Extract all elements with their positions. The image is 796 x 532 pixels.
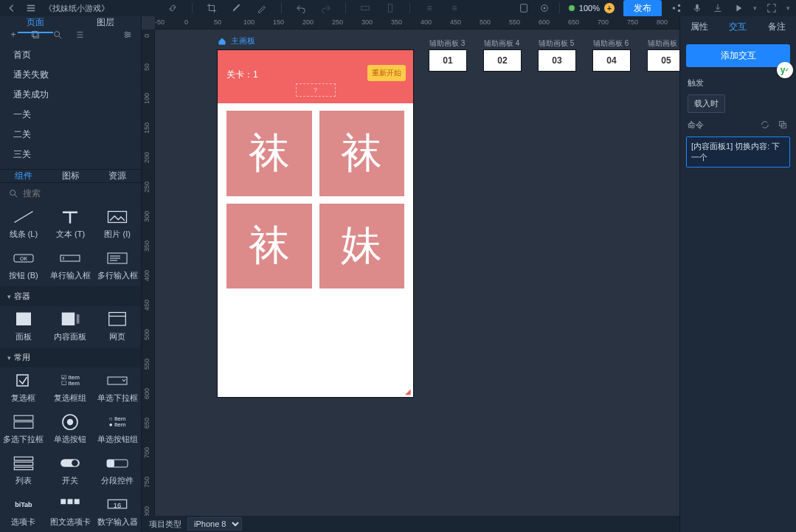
- distribute-h-icon[interactable]: ≡: [423, 2, 435, 14]
- menu-icon[interactable]: [25, 2, 37, 14]
- comp-tab[interactable]: biTab选项卡: [0, 491, 47, 532]
- basic-components: 线条 (L) 文本 (T) 图片 (I) OK按钮 (B) 单行输入框 多行输入…: [0, 204, 141, 286]
- comp-radiogroup[interactable]: ○ Item● Item单选按钮组: [94, 409, 141, 450]
- zoom-control[interactable]: 100% +: [569, 3, 615, 13]
- tab-assets[interactable]: 资源: [94, 170, 141, 182]
- canvas[interactable]: -500501001502002503003504004505005506006…: [142, 16, 679, 516]
- mic-icon[interactable]: [691, 2, 703, 14]
- comp-radio[interactable]: 单选按钮: [47, 409, 94, 450]
- game-tile[interactable]: 袜: [319, 111, 405, 196]
- comp-list[interactable]: 列表: [0, 450, 47, 491]
- comp-checkgroup[interactable]: ☑ Item☐ Item复选框组: [47, 367, 94, 409]
- comp-textarea[interactable]: 多行输入框: [94, 245, 141, 286]
- page-item[interactable]: 首页: [0, 45, 141, 65]
- add-page-icon[interactable]: +: [7, 29, 19, 41]
- svg-text:16: 16: [114, 502, 121, 509]
- comp-line[interactable]: 线条 (L): [0, 204, 47, 245]
- edit-icon[interactable]: [256, 2, 268, 14]
- comp-imgtab[interactable]: 图文选项卡: [47, 491, 94, 532]
- comp-number[interactable]: 16数字输入器: [94, 491, 141, 532]
- search-input[interactable]: [23, 188, 134, 198]
- add-interaction-button[interactable]: 添加交互: [686, 44, 790, 67]
- settings-icon[interactable]: [122, 29, 134, 41]
- svg-rect-40: [75, 500, 80, 505]
- tab-notes[interactable]: 备注: [758, 21, 796, 33]
- svg-point-35: [72, 460, 79, 466]
- redo-icon[interactable]: [320, 2, 332, 14]
- tab-properties[interactable]: 属性: [680, 21, 719, 33]
- download-icon[interactable]: [712, 2, 724, 14]
- page-item[interactable]: 通关失败: [0, 65, 141, 85]
- target-icon[interactable]: [539, 2, 550, 14]
- comp-button[interactable]: OK按钮 (B): [0, 245, 47, 286]
- play-icon[interactable]: [733, 2, 744, 14]
- list-view-icon[interactable]: [74, 29, 86, 41]
- link-icon[interactable]: [167, 2, 179, 14]
- breadcrumb-label: 主画板: [231, 35, 255, 46]
- help-badge[interactable]: y✓: [777, 62, 793, 78]
- resize-handle-icon[interactable]: ◢: [405, 387, 411, 395]
- comp-segment[interactable]: 分段控件: [94, 450, 141, 491]
- page-item[interactable]: 一关: [0, 105, 141, 125]
- tab-layers[interactable]: 图层: [71, 16, 142, 29]
- undo-icon[interactable]: [295, 2, 307, 14]
- device-select[interactable]: iPhone 8: [187, 517, 242, 531]
- comp-text[interactable]: 文本 (T): [47, 204, 94, 245]
- copy-icon[interactable]: [777, 119, 789, 131]
- search-page-icon[interactable]: [52, 29, 63, 41]
- svg-rect-22: [62, 313, 75, 326]
- copy-page-icon[interactable]: [30, 29, 41, 41]
- publish-button[interactable]: 发布: [623, 0, 662, 17]
- aux-artboard[interactable]: 01: [429, 50, 466, 71]
- svg-rect-38: [61, 500, 66, 505]
- tab-interaction[interactable]: 交互: [719, 21, 757, 33]
- aux-artboard[interactable]: 05: [648, 50, 679, 71]
- aux-artboard[interactable]: 03: [539, 50, 575, 71]
- align-h-icon[interactable]: [359, 2, 371, 14]
- page-item[interactable]: 二关: [0, 125, 141, 145]
- zoom-plus-icon[interactable]: +: [604, 3, 615, 13]
- tab-components[interactable]: 组件: [0, 170, 47, 182]
- page-item[interactable]: 通关成功: [0, 85, 141, 105]
- aux-artboard[interactable]: 04: [593, 50, 630, 71]
- command-row[interactable]: [内容面板1] 切换内容: 下一个: [686, 137, 790, 167]
- game-tile[interactable]: 妹: [319, 204, 405, 289]
- hint-placeholder[interactable]: ?: [296, 83, 336, 97]
- back-icon[interactable]: [6, 2, 18, 14]
- trigger-chip[interactable]: 载入时: [688, 94, 725, 113]
- game-tile[interactable]: 袜: [226, 111, 312, 196]
- tab-pages[interactable]: 页面: [0, 16, 71, 29]
- fullscreen-icon[interactable]: [766, 2, 778, 14]
- page-item[interactable]: 三关: [0, 145, 141, 165]
- pen-icon[interactable]: [231, 2, 243, 14]
- device-icon[interactable]: [518, 2, 530, 14]
- comp-input[interactable]: 单行输入框: [47, 245, 94, 286]
- comp-web[interactable]: 网页: [94, 306, 141, 348]
- common-components: 复选框 ☑ Item☐ Item复选框组 单选下拉框 多选下拉框 单选按钮 ○ …: [0, 367, 141, 532]
- aux-artboard[interactable]: 02: [484, 50, 521, 71]
- align-v-icon[interactable]: [384, 2, 396, 14]
- comp-checkbox[interactable]: 复选框: [0, 367, 47, 409]
- page-toolbar: +: [0, 29, 141, 41]
- aux-label: 辅助画板 6: [593, 38, 629, 49]
- breadcrumb[interactable]: 主画板: [218, 35, 255, 46]
- tab-icons[interactable]: 图标: [47, 170, 94, 182]
- restart-button[interactable]: 重新开始: [367, 65, 406, 81]
- section-container[interactable]: 容器: [0, 286, 141, 306]
- svg-rect-27: [14, 415, 33, 420]
- comp-panel[interactable]: 面板: [0, 306, 47, 348]
- section-common[interactable]: 常用: [0, 348, 141, 367]
- comp-multiselect[interactable]: 多选下拉框: [0, 409, 47, 450]
- game-tile[interactable]: 袜: [226, 204, 312, 289]
- refresh-icon[interactable]: [759, 119, 771, 131]
- comp-content-panel[interactable]: 内容面板: [47, 306, 94, 348]
- comp-image[interactable]: 图片 (I): [94, 204, 141, 245]
- main-artboard[interactable]: 关卡：1 重新开始 ? 袜 袜 袜 妹 ◢: [218, 50, 413, 397]
- distribute-v-icon[interactable]: ≡: [449, 2, 460, 14]
- svg-rect-33: [14, 467, 32, 469]
- comp-select[interactable]: 单选下拉框: [94, 367, 141, 409]
- share-icon[interactable]: [671, 2, 682, 14]
- comp-switch[interactable]: 开关: [47, 450, 94, 491]
- home-icon: [218, 37, 226, 46]
- crop-icon[interactable]: [206, 2, 218, 14]
